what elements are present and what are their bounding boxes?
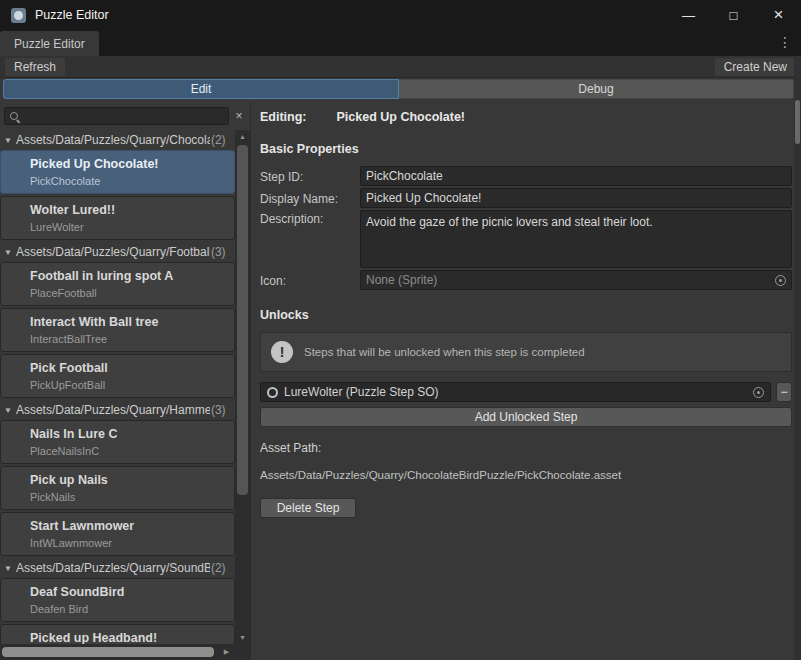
minimize-button[interactable]: — <box>666 0 711 30</box>
group-path: Assets/Data/Puzzles/Quarry/FootballBirdP… <box>16 245 210 259</box>
object-picker-icon[interactable] <box>753 387 764 398</box>
step-id: LureWolter <box>30 221 228 233</box>
window-vertical-scrollbar[interactable] <box>794 56 801 660</box>
doc-tab-label: Puzzle Editor <box>14 37 85 51</box>
step-list: ▼ Assets/Data/Puzzles/Quarry/ChocolateBi… <box>0 130 235 644</box>
foldout-icon: ▼ <box>4 136 12 145</box>
unlock-row: LureWolter (Puzzle Step SO) − <box>260 382 792 402</box>
icon-object-value: None (Sprite) <box>366 273 437 287</box>
vertical-scroll-thumb[interactable] <box>237 145 248 495</box>
scrollbar-corner <box>235 644 250 660</box>
search-input[interactable] <box>23 110 224 122</box>
scriptable-object-icon <box>267 387 278 398</box>
scroll-up-icon[interactable]: ▲ <box>235 130 250 143</box>
display-name-field[interactable] <box>360 188 792 208</box>
list-item-lure-wolter[interactable]: Wolter Lured!! LureWolter <box>0 196 235 240</box>
icon-row: Icon: None (Sprite) <box>260 270 792 290</box>
step-title: Pick up Nails <box>30 473 228 487</box>
step-title: Picked Up Chocolate! <box>30 157 228 171</box>
asset-path-label: Asset Path: <box>260 441 792 455</box>
refresh-button[interactable]: Refresh <box>5 58 65 76</box>
step-id: PlaceFootball <box>30 287 228 299</box>
list-horizontal-scrollbar[interactable]: ▶ <box>0 644 235 660</box>
display-name-row: Display Name: <box>260 188 792 208</box>
step-title: Wolter Lured!! <box>30 203 228 217</box>
tab-edit[interactable]: Edit <box>3 79 399 99</box>
mode-tabs: Edit Debug <box>0 78 801 101</box>
window-title: Puzzle Editor <box>35 8 109 22</box>
foldout-icon: ▼ <box>4 406 12 415</box>
list-item-pick-nails[interactable]: Pick up Nails PickNails <box>0 466 235 510</box>
group-count-badge: (3) <box>211 245 226 259</box>
remove-unlock-button[interactable]: − <box>776 382 792 402</box>
description-field[interactable]: Avoid the gaze of the picnic lovers and … <box>360 210 792 268</box>
search-clear-button[interactable]: × <box>231 107 247 125</box>
puzzle-editor-window: Puzzle Editor — □ × Puzzle Editor ⋮ Refr… <box>0 0 801 660</box>
toolbar: Refresh Create New <box>0 56 801 78</box>
step-id: PlaceNailsInC <box>30 445 228 457</box>
foldout-icon: ▼ <box>4 564 12 573</box>
list-vertical-scrollbar[interactable]: ▲ ▼ <box>235 130 250 644</box>
kebab-menu-icon[interactable]: ⋮ <box>778 35 792 49</box>
scroll-right-icon[interactable]: ▶ <box>220 646 233 659</box>
list-item-start-lawnmower[interactable]: Start Lawnmower IntWLawnmower <box>0 512 235 556</box>
step-id-input[interactable] <box>366 169 786 183</box>
editing-value: Picked Up Chocolate! <box>337 110 466 124</box>
group-path: Assets/Data/Puzzles/Quarry/HammerBirdPuz… <box>16 403 210 417</box>
list-item-picked-up-headband[interactable]: Picked up Headband! <box>0 624 235 644</box>
display-name-input[interactable] <box>366 191 786 205</box>
maximize-button[interactable]: □ <box>711 0 756 30</box>
description-row: Description: Avoid the gaze of the picni… <box>260 210 792 268</box>
step-title: Football in luring spot A <box>30 269 228 283</box>
close-button[interactable]: × <box>756 0 801 30</box>
list-item-pick-chocolate[interactable]: Picked Up Chocolate! PickChocolate <box>0 150 235 194</box>
section-basic-properties: Basic Properties <box>260 142 792 156</box>
step-list-panel: × ▼ Assets/Data/Puzzles/Quarry/Chocolate… <box>0 101 251 660</box>
step-id: Deafen Bird <box>30 603 228 615</box>
list-item-pick-football[interactable]: Pick Football PickUpFootBall <box>0 354 235 398</box>
group-header-soundbird[interactable]: ▼ Assets/Data/Puzzles/Quarry/SoundBird (… <box>0 558 235 578</box>
display-name-label: Display Name: <box>260 190 360 206</box>
tab-debug[interactable]: Debug <box>399 79 794 99</box>
delete-step-button[interactable]: Delete Step <box>260 498 356 518</box>
group-header-hammer[interactable]: ▼ Assets/Data/Puzzles/Quarry/HammerBirdP… <box>0 400 235 420</box>
step-title: Deaf SoundBird <box>30 585 228 599</box>
step-title: Pick Football <box>30 361 228 375</box>
step-id: IntWLawnmower <box>30 537 228 549</box>
group-header-football[interactable]: ▼ Assets/Data/Puzzles/Quarry/FootballBir… <box>0 242 235 262</box>
step-title: Start Lawnmower <box>30 519 228 533</box>
window-scroll-thumb[interactable] <box>795 100 800 144</box>
doc-tab-row: Puzzle Editor ⋮ <box>0 30 801 56</box>
list-item-deaf-soundbird[interactable]: Deaf SoundBird Deafen Bird <box>0 578 235 622</box>
step-id-label: Step ID: <box>260 168 360 184</box>
search-field[interactable] <box>4 107 229 125</box>
window-controls: — □ × <box>666 0 801 30</box>
icon-label: Icon: <box>260 272 360 288</box>
horizontal-scroll-thumb[interactable] <box>2 647 214 657</box>
search-icon <box>9 111 20 122</box>
editing-header: Editing: Picked Up Chocolate! <box>260 110 792 124</box>
step-id: PickNails <box>30 491 228 503</box>
step-editor-panel: Editing: Picked Up Chocolate! Basic Prop… <box>258 104 792 660</box>
unlocks-help-box: ! Steps that will be unlocked when this … <box>260 332 792 372</box>
step-id-field[interactable] <box>360 166 792 186</box>
group-count-badge: (2) <box>211 561 226 575</box>
icon-object-field[interactable]: None (Sprite) <box>360 270 792 290</box>
step-title: Nails In Lure C <box>30 427 228 441</box>
app-icon <box>11 8 26 23</box>
unlock-object-label: LureWolter (Puzzle Step SO) <box>284 385 439 399</box>
step-id-row: Step ID: <box>260 166 792 186</box>
object-picker-icon[interactable] <box>775 275 786 286</box>
group-header-chocolate[interactable]: ▼ Assets/Data/Puzzles/Quarry/ChocolateBi… <box>0 130 235 150</box>
step-id: PickUpFootBall <box>30 379 228 391</box>
step-title: Interact With Ball tree <box>30 315 228 329</box>
scroll-down-icon[interactable]: ▼ <box>235 631 250 644</box>
unlock-object-field[interactable]: LureWolter (Puzzle Step SO) <box>260 382 771 402</box>
list-item-place-football[interactable]: Football in luring spot A PlaceFootball <box>0 262 235 306</box>
step-title: Picked up Headband! <box>30 631 228 644</box>
create-new-button[interactable]: Create New <box>715 58 796 76</box>
doc-tab-puzzle-editor[interactable]: Puzzle Editor <box>0 31 99 56</box>
list-item-place-nails[interactable]: Nails In Lure C PlaceNailsInC <box>0 420 235 464</box>
add-unlocked-step-button[interactable]: Add Unlocked Step <box>260 407 792 427</box>
list-item-interact-ball-tree[interactable]: Interact With Ball tree InteractBallTree <box>0 308 235 352</box>
